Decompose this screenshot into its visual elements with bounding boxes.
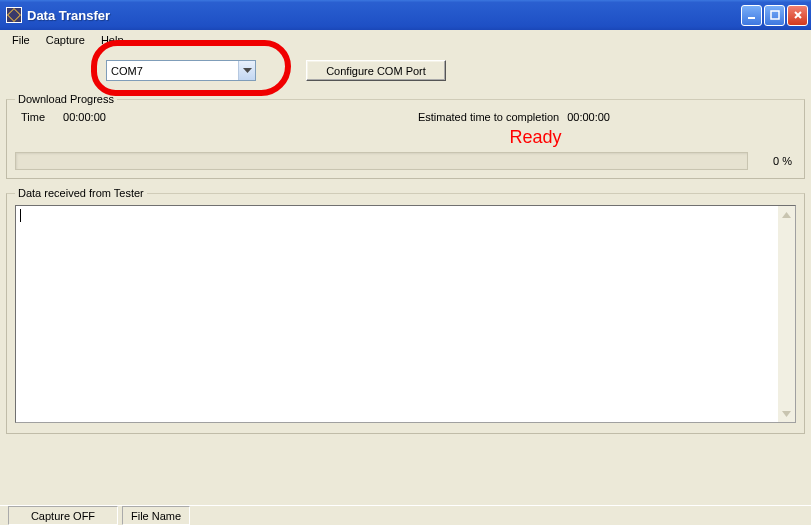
time-value: 00:00:00 xyxy=(63,111,106,123)
configure-com-port-button[interactable]: Configure COM Port xyxy=(306,60,446,81)
svg-rect-0 xyxy=(748,17,755,19)
maximize-button[interactable] xyxy=(764,5,785,26)
configure-button-label: Configure COM Port xyxy=(326,65,426,77)
received-data-textarea[interactable] xyxy=(15,205,796,423)
download-times-row: Time 00:00:00 Estimated time to completi… xyxy=(15,111,796,127)
scroll-up-icon[interactable] xyxy=(778,206,795,223)
svg-rect-1 xyxy=(771,11,779,19)
progress-percent: 0 % xyxy=(756,155,796,167)
com-port-select[interactable]: COM7 xyxy=(106,60,256,81)
text-caret xyxy=(20,209,21,222)
download-progress-group: Download Progress Time 00:00:00 Estimate… xyxy=(6,93,805,179)
data-received-legend: Data received from Tester xyxy=(15,187,147,199)
vertical-scrollbar[interactable] xyxy=(778,206,795,422)
etc-value: 00:00:00 xyxy=(567,111,610,123)
chevron-down-icon[interactable] xyxy=(238,61,255,80)
close-button[interactable] xyxy=(787,5,808,26)
window-title: Data Transfer xyxy=(27,8,741,23)
data-received-group: Data received from Tester xyxy=(6,187,805,434)
title-bar: Data Transfer xyxy=(0,0,811,30)
etc-label: Estimated time to completion xyxy=(418,111,559,123)
content-area: COM7 Configure COM Port Download Progres… xyxy=(0,50,811,434)
app-icon xyxy=(6,7,22,23)
menu-capture[interactable]: Capture xyxy=(38,32,93,48)
status-bar: Capture OFF File Name xyxy=(0,505,811,525)
top-controls-row: COM7 Configure COM Port xyxy=(6,56,805,89)
scroll-down-icon[interactable] xyxy=(778,405,795,422)
time-label: Time xyxy=(21,111,45,123)
download-progress-legend: Download Progress xyxy=(15,93,117,105)
menu-bar: File Capture Help xyxy=(0,30,811,50)
progress-row: 0 % xyxy=(15,152,796,170)
progress-bar xyxy=(15,152,748,170)
menu-help[interactable]: Help xyxy=(93,32,132,48)
menu-file[interactable]: File xyxy=(4,32,38,48)
window-buttons xyxy=(741,5,808,26)
com-port-value: COM7 xyxy=(107,65,238,77)
filename-status-label: File Name xyxy=(122,506,190,525)
minimize-button[interactable] xyxy=(741,5,762,26)
status-text: Ready xyxy=(15,127,796,148)
capture-status: Capture OFF xyxy=(8,506,118,525)
